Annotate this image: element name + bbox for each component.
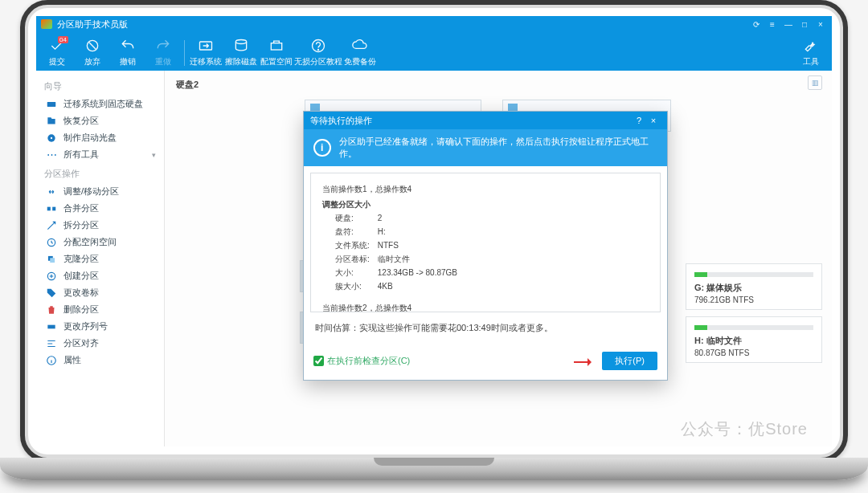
tag-icon [46,287,57,299]
check-before-exec[interactable]: 在执行前检查分区(C) [313,355,410,367]
sidebar-item-alltools[interactable]: ⋯所有工具▾ [36,146,164,163]
sidebar-item-serial[interactable]: 更改序列号 [36,318,164,335]
sidebar: 向导 迁移系统到固态硬盘 恢复分区 制作启动光盘 ⋯所有工具▾ 分区操作 调整/… [36,71,165,446]
svg-rect-10 [52,206,55,210]
commit-button[interactable]: 提交 [39,34,75,71]
dialog-close-icon[interactable]: × [646,116,661,125]
view-toggle-icon[interactable]: ▥ [808,75,822,90]
tools-button[interactable]: 工具 [793,34,829,71]
ssd-icon [46,99,57,110]
laptop-frame: 分区助手技术员版 ⟳ ≡ — □ × 提交 放弃 撤销 重做 迁移系统 [20,0,848,462]
close-icon[interactable]: × [814,18,827,31]
dialog-help-icon[interactable]: ? [632,116,646,125]
tools-icon [803,38,819,54]
discard-label: 放弃 [84,56,100,67]
resize-icon [46,186,57,198]
discard-button[interactable]: 放弃 [75,34,110,71]
sidebar-item-delete[interactable]: 删除分区 [36,301,164,318]
maximize-icon[interactable]: □ [798,18,811,31]
partition-card-h[interactable]: H: 临时文件 80.87GB NTFS [686,316,822,363]
sidebar-item-merge[interactable]: 合并分区 [36,200,164,217]
info-icon [46,355,57,366]
sidebar-item-split[interactable]: 拆分分区 [36,217,164,234]
dialog-footer: 在执行前检查分区(C) 执行(P) [304,345,667,380]
usage-bar [694,325,813,330]
sidebar-item-clone[interactable]: 克隆分区 [36,251,164,267]
menu-icon[interactable]: ≡ [766,18,779,31]
sidebar-item-label[interactable]: 更改卷标 [36,284,164,301]
execute-button[interactable]: 执行(P) [602,352,657,370]
sidebar-item-label: 所有工具 [63,149,99,161]
clock-icon [46,237,57,248]
tutorial-icon [310,38,326,54]
sidebar-item-resize[interactable]: 调整/移动分区 [36,183,164,200]
sidebar-item-migrate-ssd[interactable]: 迁移系统到固态硬盘 [36,96,164,112]
card-title: H: 临时文件 [694,335,813,347]
op-title: 调整分区大小 [322,198,653,210]
tutorial-label: 无损分区教程 [294,56,342,67]
sidebar-item-properties[interactable]: 属性 [36,352,164,369]
dialog-banner-text: 分区助手已经准备就绪，请确认下面的操作，然后点击执行按钮让程序正式地工作。 [339,136,657,160]
undo-button[interactable]: 撤销 [110,34,145,71]
recover-icon [46,116,57,127]
app-toolbar: 提交 放弃 撤销 重做 迁移系统 擦除磁盘 配置空间 无损分区教程 [36,32,832,71]
sidebar-item-label: 分配空闲空间 [63,236,117,248]
sidebar-group-ops: 分区操作 [36,163,164,183]
backup-button[interactable]: 免费备份 [342,34,378,71]
wipe-button[interactable]: 擦除磁盘 [223,34,259,71]
dialog-title: 等待执行的操作 [310,115,372,127]
refresh-icon[interactable]: ⟳ [750,18,763,31]
migrate-button[interactable]: 迁移系统 [188,34,223,71]
sidebar-item-label: 迁移系统到固态硬盘 [63,98,143,110]
time-estimate: 时间估算：实现这些操作可能需要花00:13:49时间或者更多。 [304,319,667,345]
sidebar-item-bootdisc[interactable]: 制作启动光盘 [36,129,164,146]
op1-table: 硬盘:2 盘符:H: 文件系统:NTFS 分区卷标:临时文件 大小:123.34… [334,210,465,294]
undo-icon [120,38,136,54]
dialog-titlebar: 等待执行的操作 ? × [304,112,667,129]
sidebar-item-freespace[interactable]: 分配空闲空间 [36,234,164,251]
chevron-down-icon: ▾ [152,151,156,159]
app-screen: 分区助手技术员版 ⟳ ≡ — □ × 提交 放弃 撤销 重做 迁移系统 [36,16,832,446]
sidebar-item-label: 更改卷标 [63,287,99,299]
wipe-label: 擦除磁盘 [225,56,257,67]
tools-label: 工具 [803,56,819,67]
more-icon: ⋯ [46,149,57,161]
app-body: 向导 迁移系统到固态硬盘 恢复分区 制作启动光盘 ⋯所有工具▾ 分区操作 调整/… [36,71,832,446]
sidebar-item-recover[interactable]: 恢复分区 [36,112,164,129]
sidebar-item-align[interactable]: 分区对齐 [36,335,164,352]
sidebar-item-label: 拆分分区 [63,219,99,231]
card-subtitle: 80.87GB NTFS [694,348,813,357]
svg-rect-6 [47,102,56,107]
split-icon [46,220,57,231]
sidebar-item-create[interactable]: 创建分区 [36,267,164,284]
align-icon [46,338,57,349]
create-icon [46,271,57,282]
sidebar-item-label: 分区对齐 [63,337,99,349]
allocate-icon [268,38,285,54]
partition-card-g[interactable]: G: 媒体娱乐 796.21GB NTFS [686,263,822,310]
sidebar-group-wizard: 向导 [36,75,164,96]
redo-label: 重做 [155,56,171,67]
migrate-label: 迁移系统 [190,56,222,67]
sidebar-item-label: 克隆分区 [63,253,99,265]
minimize-icon[interactable]: — [782,18,795,31]
sidebar-item-label: 更改序列号 [63,320,108,332]
redo-icon [155,38,171,54]
dialog-op-list[interactable]: 当前操作数1，总操作数4 调整分区大小 硬盘:2 盘符:H: 文件系统:NTFS… [310,173,661,312]
backup-label: 免费备份 [344,56,376,67]
wipe-icon [233,38,249,54]
arrow-annotation-icon [574,355,596,368]
sidebar-item-label: 删除分区 [63,304,99,316]
watermark: 公众号：优Store [681,418,808,440]
redo-button[interactable]: 重做 [145,34,181,71]
undo-label: 撤销 [120,56,136,67]
tutorial-button[interactable]: 无损分区教程 [294,34,342,71]
usage-bar [694,272,813,277]
allocate-button[interactable]: 配置空间 [259,34,294,71]
card-subtitle: 796.21GB NTFS [694,295,813,304]
backup-icon [352,38,368,54]
info-circle-icon: i [313,139,331,157]
laptop-base [0,458,868,480]
toolbar-separator [184,40,185,66]
check-before-exec-checkbox[interactable] [313,356,324,366]
